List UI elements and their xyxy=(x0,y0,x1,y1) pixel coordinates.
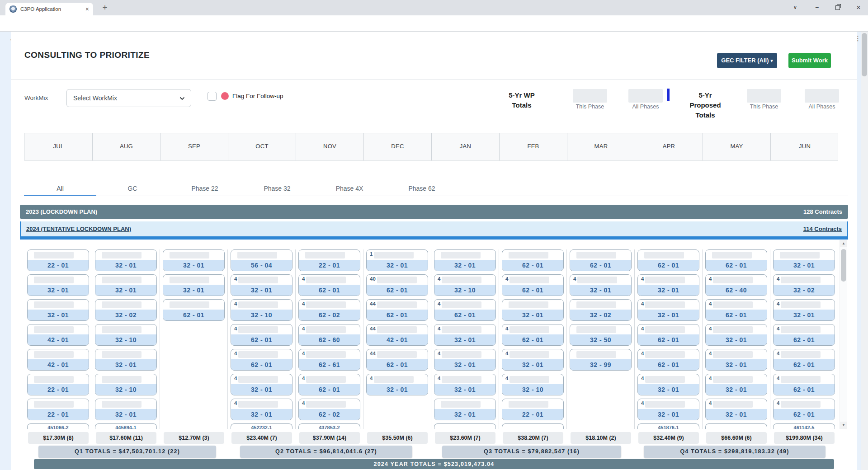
contract-card[interactable]: 32 - 01 xyxy=(95,349,157,371)
contract-card[interactable]: 432 - 01 xyxy=(637,374,699,395)
contract-card[interactable]: 22 - 01 xyxy=(298,249,360,271)
contract-card[interactable]: 462 - 01 xyxy=(705,299,767,321)
contract-card[interactable]: 32 - 01 xyxy=(95,249,157,271)
contract-card[interactable]: 4062 - 01 xyxy=(366,274,428,296)
contract-card[interactable]: 42 - 01 xyxy=(27,324,89,346)
workmix-select[interactable]: Select WorkMix xyxy=(66,89,191,107)
contract-card[interactable]: 22 - 01 xyxy=(502,399,564,420)
contract-card[interactable]: 132 - 01 xyxy=(366,249,428,271)
contract-card[interactable]: 62 - 01 xyxy=(705,249,767,271)
contract-card[interactable]: 462 - 01 xyxy=(298,274,360,296)
partial-contract-card[interactable]: 437853-2 xyxy=(298,423,360,429)
contract-card[interactable]: 4462 - 01 xyxy=(366,349,428,371)
contract-card[interactable]: 432 - 01 xyxy=(434,324,496,346)
contract-card[interactable]: 432 - 10 xyxy=(502,374,564,395)
contract-card[interactable]: 462 - 01 xyxy=(502,274,564,296)
contract-card[interactable]: 462 - 02 xyxy=(298,299,360,321)
contract-card[interactable]: 432 - 01 xyxy=(705,374,767,395)
contract-card[interactable]: 462 - 61 xyxy=(298,349,360,371)
flag-followup-checkbox[interactable] xyxy=(208,92,217,101)
contract-card[interactable]: 32 - 01 xyxy=(95,399,157,420)
plan-2023-header[interactable]: 2023 (LOCKDOWN PLAN) 128 Contracts xyxy=(20,205,848,219)
contract-card[interactable]: 32 - 10 xyxy=(95,324,157,346)
contract-card[interactable]: 62 - 01 xyxy=(502,249,564,271)
contract-card[interactable]: 432 - 01 xyxy=(705,324,767,346)
page-scrollbar-thumb[interactable] xyxy=(862,33,867,76)
plan-2024-contracts-link[interactable]: 114 Contracts xyxy=(803,221,842,236)
contract-card[interactable]: 432 - 01 xyxy=(502,349,564,371)
contract-card[interactable]: 32 - 01 xyxy=(163,274,225,296)
partial-contract-card[interactable]: 452232-1 xyxy=(231,423,292,429)
contract-card[interactable]: 432 - 02 xyxy=(773,274,835,296)
contract-card[interactable]: 56 - 04 xyxy=(231,249,292,271)
contract-card[interactable]: 22 - 01 xyxy=(27,374,89,395)
contract-card[interactable]: 32 - 10 xyxy=(95,374,157,395)
contract-card[interactable]: 32 - 01 xyxy=(502,299,564,321)
browser-tab[interactable]: C3PO Application × xyxy=(5,3,93,15)
contract-card[interactable]: 462 - 01 xyxy=(773,374,835,395)
grid-scrollbar-thumb[interactable] xyxy=(841,249,846,282)
partial-contract-card[interactable]: 445894-1 xyxy=(95,423,157,429)
contract-card[interactable]: 32 - 01 xyxy=(773,249,835,271)
contract-card[interactable]: 32 - 01 xyxy=(27,299,89,321)
contract-card[interactable]: 462 - 01 xyxy=(773,399,835,420)
tab-phase-4x[interactable]: Phase 4X xyxy=(313,181,386,196)
contract-card[interactable]: 32 - 01 xyxy=(434,249,496,271)
partial-contract-card[interactable] xyxy=(434,423,496,429)
contract-card[interactable]: 432 - 01 xyxy=(773,299,835,321)
contract-card[interactable]: 32 - 02 xyxy=(95,299,157,321)
partial-contract-card[interactable]: 451876-1 xyxy=(637,423,699,429)
contract-card[interactable]: 32 - 01 xyxy=(163,249,225,271)
contract-card[interactable]: 432 - 01 xyxy=(434,374,496,395)
partial-contract-card[interactable] xyxy=(502,423,564,429)
contract-card[interactable]: 432 - 01 xyxy=(637,274,699,296)
tab-gc[interactable]: GC xyxy=(96,181,169,196)
contract-card[interactable]: 432 - 10 xyxy=(434,274,496,296)
contract-card[interactable]: 462 - 02 xyxy=(298,399,360,420)
contract-card[interactable]: 462 - 01 xyxy=(637,324,699,346)
page-scrollbar[interactable] xyxy=(861,32,868,470)
contract-card[interactable]: 4462 - 01 xyxy=(366,299,428,321)
contract-card[interactable]: 32 - 50 xyxy=(570,324,632,346)
maximize-button[interactable] xyxy=(828,0,847,15)
partial-contract-card[interactable]: 461142-5 xyxy=(773,423,835,429)
contract-card[interactable]: 32 - 01 xyxy=(95,274,157,296)
contract-card[interactable]: 432 - 01 xyxy=(637,399,699,420)
partial-contract-card[interactable]: 451066-2 xyxy=(27,423,89,429)
scroll-up-icon[interactable]: ▲ xyxy=(840,240,847,247)
contract-card[interactable]: 462 - 01 xyxy=(298,374,360,395)
contract-card[interactable]: 62 - 01 xyxy=(570,249,632,271)
contract-card[interactable]: 432 - 01 xyxy=(231,399,292,420)
tab-all[interactable]: All xyxy=(24,181,96,196)
contract-card[interactable]: 462 - 40 xyxy=(705,274,767,296)
contract-card[interactable]: 432 - 01 xyxy=(366,374,428,395)
tab-search-icon[interactable]: ∨ xyxy=(786,0,805,15)
contract-card[interactable]: 22 - 01 xyxy=(27,249,89,271)
contract-card[interactable]: 22 - 01 xyxy=(27,399,89,420)
contract-card[interactable]: 432 - 01 xyxy=(705,399,767,420)
contract-card[interactable]: 462 - 01 xyxy=(502,324,564,346)
contract-card[interactable]: 432 - 01 xyxy=(434,349,496,371)
contract-card[interactable]: 62 - 01 xyxy=(163,299,225,321)
contract-card[interactable]: 432 - 01 xyxy=(231,374,292,395)
contract-card[interactable]: 32 - 02 xyxy=(570,299,632,321)
grid-scrollbar[interactable]: ▲ ▼ xyxy=(840,240,847,429)
contract-card[interactable]: 462 - 01 xyxy=(773,349,835,371)
contract-card[interactable]: 462 - 01 xyxy=(637,349,699,371)
contract-card[interactable]: 32 - 01 xyxy=(434,399,496,420)
tab-phase-32[interactable]: Phase 32 xyxy=(241,181,313,196)
tab-close-icon[interactable]: × xyxy=(85,6,89,12)
contract-card[interactable]: 462 - 01 xyxy=(231,324,292,346)
new-tab-button[interactable]: + xyxy=(99,2,110,13)
contract-card[interactable]: 432 - 10 xyxy=(231,299,292,321)
contract-card[interactable]: 42 - 01 xyxy=(27,349,89,371)
contract-card[interactable]: 432 - 01 xyxy=(231,274,292,296)
contract-card[interactable]: 462 - 60 xyxy=(298,324,360,346)
submit-work-button[interactable]: Submit Work xyxy=(788,53,831,68)
contract-card[interactable]: 432 - 01 xyxy=(705,349,767,371)
contract-card[interactable]: 32 - 01 xyxy=(27,274,89,296)
contract-card[interactable]: 462 - 01 xyxy=(231,349,292,371)
minimize-button[interactable]: − xyxy=(807,0,826,15)
contract-card[interactable]: 4442 - 01 xyxy=(366,324,428,346)
contract-card[interactable]: 62 - 01 xyxy=(637,249,699,271)
